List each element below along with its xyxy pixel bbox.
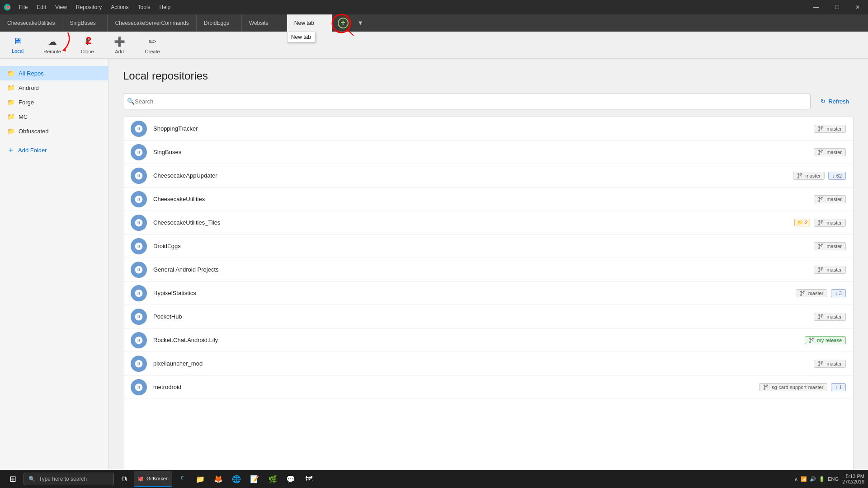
taskbar-chrome-icon[interactable]: 🌐 bbox=[228, 471, 245, 487]
mc-label: MC bbox=[19, 113, 28, 120]
taskbar-green-icon[interactable]: 🌿 bbox=[264, 471, 281, 487]
tab-singbuses[interactable]: SingBuses bbox=[62, 14, 108, 32]
menu-view[interactable]: View bbox=[51, 0, 71, 14]
branch-badge: sg-card-support-master bbox=[759, 383, 827, 391]
menu-help[interactable]: Help bbox=[155, 0, 175, 14]
svg-point-11 bbox=[821, 150, 823, 151]
repo-icon bbox=[131, 168, 147, 184]
repo-item[interactable]: HypixelStatistics master↓ 3 bbox=[123, 282, 853, 305]
repo-badges: 📁 2 master bbox=[794, 219, 846, 227]
systray-sound[interactable]: 🔊 bbox=[810, 476, 816, 482]
folder-icon: 📁 bbox=[7, 70, 15, 77]
menu-file[interactable]: File bbox=[14, 0, 32, 14]
repo-item[interactable]: Rocket.Chat.Android.Lily my-release bbox=[123, 328, 853, 352]
systray-up-arrow[interactable]: ∧ bbox=[794, 476, 798, 482]
repo-item[interactable]: pixellauncher_mod master bbox=[123, 352, 853, 375]
tab-cheesecakeserver[interactable]: CheesecakeServerCommands bbox=[108, 14, 196, 32]
repo-name: SingBuses bbox=[153, 149, 814, 155]
new-tab-button[interactable]: + bbox=[332, 14, 354, 32]
taskbar-edge-icon[interactable]: ᴱ bbox=[174, 471, 190, 487]
svg-point-15 bbox=[800, 173, 802, 175]
repo-item[interactable]: General Android Projects master bbox=[123, 258, 853, 282]
tab-newtab[interactable]: New tab New tab bbox=[287, 14, 332, 32]
folder-icon-obfuscated: 📁 bbox=[7, 127, 15, 135]
repo-item[interactable]: CheesecakeUtilities master bbox=[123, 188, 853, 211]
menu-edit[interactable]: Edit bbox=[32, 0, 51, 14]
maximize-button[interactable]: ☐ bbox=[826, 0, 847, 14]
systray-battery[interactable]: 🔋 bbox=[819, 476, 825, 482]
clone-icon: ⬇ bbox=[84, 36, 91, 47]
menu-repository[interactable]: Repository bbox=[71, 0, 106, 14]
taskbar-note-icon[interactable]: 📝 bbox=[246, 471, 263, 487]
taskbar-app-icon: 🐙 bbox=[137, 476, 144, 482]
svg-point-20 bbox=[818, 200, 820, 202]
menu-actions[interactable]: Actions bbox=[106, 0, 133, 14]
task-view-icon[interactable]: ⧉ bbox=[116, 471, 132, 487]
branch-badge: master bbox=[814, 125, 846, 133]
repo-badges: master bbox=[814, 242, 846, 250]
taskbar-purple-icon[interactable]: 💬 bbox=[283, 471, 299, 487]
minimize-button[interactable]: — bbox=[806, 0, 826, 14]
svg-point-31 bbox=[821, 267, 823, 269]
search-icon: 🔍 bbox=[127, 98, 135, 105]
repo-badges: master↓ 3 bbox=[796, 289, 846, 297]
taskbar-right: ∧ 📶 🔊 🔋 ENG 5:13 PM 27/2/2019 bbox=[794, 474, 864, 484]
repo-item[interactable]: DroidEggs master bbox=[123, 235, 853, 258]
create-button[interactable]: ✏ Create bbox=[141, 33, 165, 57]
add-icon: ➕ bbox=[114, 36, 125, 47]
search-bar: 🔍 ↻ Refresh bbox=[123, 93, 854, 109]
local-button[interactable]: 🖥 Local bbox=[7, 33, 28, 56]
sidebar-item-mc[interactable]: 📁 MC bbox=[0, 109, 108, 124]
systray-lang: ENG bbox=[828, 476, 839, 482]
close-button[interactable]: ✕ bbox=[847, 0, 868, 14]
repo-item[interactable]: SingBuses master bbox=[123, 141, 853, 164]
taskbar-search-label: Type here to search bbox=[39, 476, 87, 482]
add-button[interactable]: ➕ Add bbox=[109, 33, 130, 57]
search-input-wrap[interactable]: 🔍 bbox=[123, 93, 811, 109]
add-label: Add bbox=[115, 49, 124, 54]
systray: ∧ 📶 🔊 🔋 ENG bbox=[794, 476, 839, 482]
svg-point-8 bbox=[818, 130, 820, 131]
tab-droideggs[interactable]: DroidEggs bbox=[197, 14, 242, 32]
repo-item[interactable]: metrodroid sg-card-support-master↑ 1 bbox=[123, 375, 853, 399]
search-input[interactable] bbox=[135, 98, 807, 105]
svg-point-19 bbox=[821, 197, 823, 198]
taskbar-files-icon[interactable]: 📁 bbox=[192, 471, 208, 487]
repo-item[interactable]: CheesecakeAppUpdater master↓ 62 bbox=[123, 164, 853, 188]
taskbar-firefox-icon[interactable]: 🦊 bbox=[210, 471, 226, 487]
taskbar-app-gitkraken[interactable]: 🐙 GitKraken bbox=[134, 471, 172, 487]
refresh-button[interactable]: ↻ Refresh bbox=[816, 95, 854, 108]
sidebar-item-all-repos[interactable]: 📁 All Repos bbox=[0, 66, 108, 80]
repo-icon bbox=[131, 356, 147, 372]
repo-item[interactable]: ShoppingTracker master bbox=[123, 117, 853, 141]
tab-cheesecakeutilities[interactable]: CheesecakeUtilities bbox=[0, 14, 62, 32]
repo-icon bbox=[131, 309, 147, 325]
create-icon: ✏ bbox=[149, 36, 156, 47]
repo-item[interactable]: CheesecakeUtilities_Tiles 📁 2 master bbox=[123, 211, 853, 235]
repo-icon bbox=[131, 379, 147, 395]
taskbar-app-label: GitKraken bbox=[146, 476, 169, 481]
add-folder-button[interactable]: ＋ Add Folder bbox=[0, 142, 108, 159]
repo-name: ShoppingTracker bbox=[153, 125, 814, 132]
sidebar-item-forge[interactable]: 📁 Forge bbox=[0, 95, 108, 109]
folder-icon-forge: 📁 bbox=[7, 99, 15, 106]
systray-network[interactable]: 📶 bbox=[801, 476, 807, 482]
taskbar-search[interactable]: 🔍 Type here to search bbox=[24, 473, 114, 485]
clone-button[interactable]: ⬇ Clone bbox=[76, 33, 99, 57]
start-button[interactable]: ⊞ bbox=[4, 472, 22, 486]
folder-icon-android: 📁 bbox=[7, 84, 15, 91]
taskbar-map-icon[interactable]: 🗺 bbox=[301, 471, 317, 487]
repo-list: ShoppingTracker master SingBuses master … bbox=[123, 117, 854, 479]
sidebar-item-obfuscated[interactable]: 📁 Obfuscated bbox=[0, 124, 108, 138]
branch-badge: master bbox=[814, 360, 846, 368]
forge-label: Forge bbox=[19, 99, 34, 106]
menu-tools[interactable]: Tools bbox=[133, 0, 155, 14]
sidebar-item-android[interactable]: 📁 Android bbox=[0, 80, 108, 95]
tab-website[interactable]: Website bbox=[242, 14, 287, 32]
tab-overflow-arrow[interactable]: ▼ bbox=[354, 14, 367, 32]
tab-bar: CheesecakeUtilities SingBuses Cheesecake… bbox=[0, 14, 868, 32]
remote-button[interactable]: ☁ Remote bbox=[39, 33, 66, 57]
local-label: Local bbox=[12, 48, 24, 54]
repo-item[interactable]: PocketHub master bbox=[123, 305, 853, 328]
repo-name: CheesecakeUtilities_Tiles bbox=[153, 219, 794, 226]
